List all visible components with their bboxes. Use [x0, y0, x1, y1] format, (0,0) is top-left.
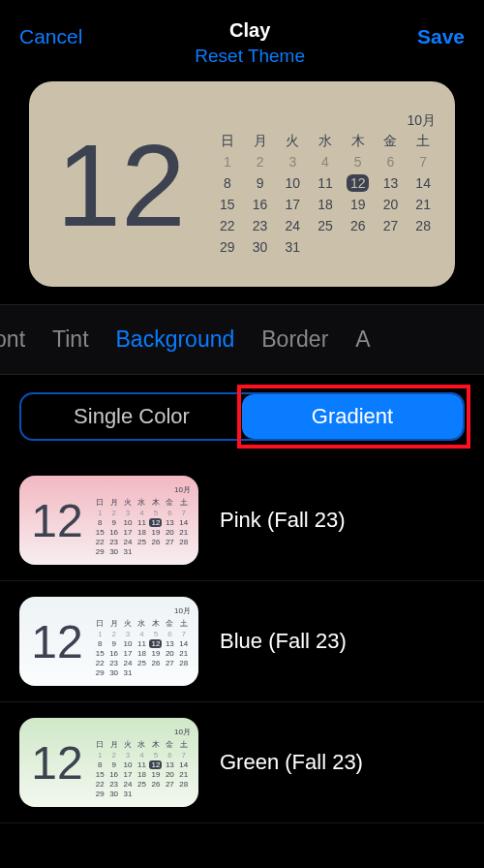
- calendar-day: 9: [106, 760, 120, 769]
- calendar-day: 29: [93, 546, 106, 556]
- gradient-thumbnail: 1210月日月火水木金土1234567891011121314151617181…: [19, 718, 198, 807]
- calendar-day: 24: [121, 658, 135, 667]
- gradient-option-row[interactable]: 1210月日月火水木金土1234567891011121314151617181…: [0, 581, 484, 702]
- calendar-day: 17: [121, 769, 135, 779]
- calendar-day: 24: [121, 779, 135, 789]
- calendar-day: 17: [121, 527, 135, 537]
- calendar-day: 14: [407, 172, 439, 194]
- calendar-day: 13: [163, 517, 176, 527]
- tab-background[interactable]: Background: [116, 326, 235, 353]
- segment-single-color[interactable]: Single Color: [21, 394, 242, 439]
- calendar-day: 18: [309, 194, 342, 215]
- gradient-option-row[interactable]: 1210月日月火水木金土1234567891011121314151617181…: [0, 702, 484, 823]
- thumb-calendar: 10月日月火水木金土123456789101112131415161718192…: [93, 484, 191, 556]
- page-title: Clay: [195, 19, 305, 42]
- calendar-day: 28: [177, 537, 191, 546]
- weekday-label: 日: [93, 617, 106, 629]
- segmented-control-wrap: Single Color Gradient: [0, 375, 484, 460]
- header: Cancel Clay Reset Theme Save: [0, 0, 484, 70]
- calendar-day: 7: [407, 151, 439, 172]
- calendar-day: 26: [149, 779, 163, 789]
- calendar-day: 2: [106, 750, 120, 760]
- calendar-day: 20: [163, 527, 176, 537]
- tab-tint[interactable]: Tint: [52, 326, 89, 353]
- calendar-day: 12: [149, 760, 163, 769]
- calendar-day: 31: [121, 667, 135, 677]
- reset-theme-button[interactable]: Reset Theme: [195, 46, 305, 67]
- calendar-day: 19: [342, 194, 375, 215]
- calendar-day: 22: [93, 658, 106, 667]
- calendar-day: 19: [149, 648, 163, 658]
- calendar-day: 5: [149, 508, 163, 517]
- calendar-day: 23: [106, 537, 120, 546]
- weekday-label: 日: [93, 738, 106, 750]
- tab-more[interactable]: A: [355, 326, 370, 353]
- calendar-day: 29: [211, 236, 244, 258]
- calendar-day: 6: [163, 629, 176, 638]
- calendar-day: 24: [276, 215, 309, 236]
- tab-border[interactable]: Border: [261, 326, 328, 353]
- calendar-day: 26: [149, 658, 163, 667]
- calendar-day: 17: [121, 648, 135, 658]
- gradient-thumbnail: 1210月日月火水木金土1234567891011121314151617181…: [19, 597, 198, 686]
- calendar-day: 27: [163, 658, 176, 667]
- cancel-button[interactable]: Cancel: [19, 19, 82, 48]
- calendar-day: 5: [342, 151, 375, 172]
- gradient-option-list: 1210月日月火水木金土1234567891011121314151617181…: [0, 460, 484, 823]
- category-tabs: Font Tint Background Border A: [0, 304, 484, 375]
- calendar-day: 14: [177, 517, 191, 527]
- calendar-day: 6: [163, 508, 176, 517]
- calendar-day: 12: [149, 638, 163, 648]
- preview-month-label: 10月: [211, 112, 439, 130]
- weekday-label: 水: [309, 132, 342, 151]
- weekday-label: 水: [135, 617, 148, 629]
- calendar-day: 20: [163, 769, 176, 779]
- thumb-day-number: 12: [23, 615, 91, 668]
- calendar-day: 30: [106, 667, 120, 677]
- weekday-label: 金: [375, 132, 408, 151]
- calendar-day: 4: [309, 151, 342, 172]
- calendar-day: 11: [309, 172, 342, 194]
- calendar-day: 25: [309, 215, 342, 236]
- calendar-day: 30: [106, 789, 120, 798]
- gradient-option-row[interactable]: 1210月日月火水木金土1234567891011121314151617181…: [0, 460, 484, 581]
- calendar-day: 14: [177, 638, 191, 648]
- calendar-day: 3: [276, 151, 309, 172]
- calendar-day: 11: [135, 638, 148, 648]
- save-button[interactable]: Save: [417, 19, 465, 48]
- calendar-day: 13: [375, 172, 408, 194]
- calendar-day: 29: [93, 667, 106, 677]
- calendar-day: 8: [93, 517, 106, 527]
- widget-preview-area: 12 10月 日月火水木金土12345678910111213141516171…: [0, 70, 484, 304]
- calendar-day: 15: [93, 648, 106, 658]
- calendar-day: 8: [211, 172, 244, 194]
- weekday-label: 日: [211, 132, 244, 151]
- calendar-day: 31: [276, 236, 309, 258]
- calendar-day: 11: [135, 760, 148, 769]
- calendar-day: 11: [135, 517, 148, 527]
- weekday-label: 木: [149, 496, 163, 508]
- calendar-day: 2: [106, 629, 120, 638]
- calendar-day: 3: [121, 750, 135, 760]
- calendar-day: 9: [244, 172, 277, 194]
- calendar-day: 3: [121, 508, 135, 517]
- calendar-day: 23: [106, 658, 120, 667]
- weekday-label: 月: [106, 496, 120, 508]
- weekday-label: 金: [163, 617, 176, 629]
- calendar-day: 9: [106, 517, 120, 527]
- calendar-day: 1: [211, 151, 244, 172]
- weekday-label: 土: [407, 132, 439, 151]
- calendar-day: 17: [276, 194, 309, 215]
- calendar-day: 23: [106, 779, 120, 789]
- calendar-day: 27: [375, 215, 408, 236]
- weekday-label: 月: [244, 132, 277, 151]
- header-center: Clay Reset Theme: [195, 19, 305, 67]
- calendar-day: 10: [121, 517, 135, 527]
- tab-font[interactable]: Font: [0, 326, 25, 353]
- calendar-day: 16: [106, 769, 120, 779]
- segment-gradient[interactable]: Gradient: [242, 394, 463, 439]
- gradient-option-label: Green (Fall 23): [220, 750, 363, 775]
- calendar-day: 21: [177, 769, 191, 779]
- calendar-day: 16: [106, 527, 120, 537]
- weekday-label: 火: [276, 132, 309, 151]
